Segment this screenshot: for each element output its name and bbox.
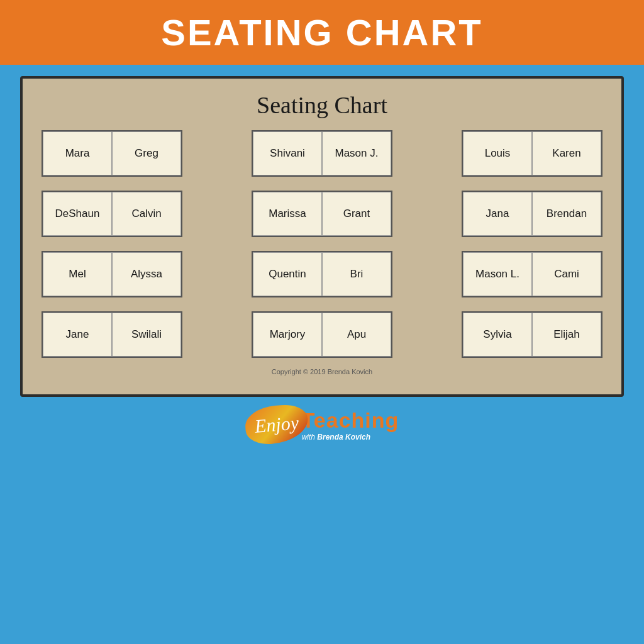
seat-row-1: DeShaunCalvinMarissaGrantJanaBrendan (42, 191, 602, 237)
seat-0-2-0: Louis (463, 131, 532, 175)
footer-logo: Enjoy Teaching with Brenda Kovich (245, 406, 399, 443)
desk-group-1-0: DeShaunCalvin (42, 191, 182, 237)
logo-teaching-block: Teaching with Brenda Kovich (302, 408, 399, 441)
seat-3-1-1: Apu (322, 313, 391, 357)
desk-group-0-2: LouisKaren (462, 130, 602, 177)
seat-0-2-1: Karen (532, 131, 601, 175)
desk-group-0-0: MaraGreg (42, 130, 182, 177)
desk-group-1-1: MarissaGrant (252, 191, 392, 237)
desk-group-1-2: JanaBrendan (462, 191, 602, 237)
desk-group-2-0: MelAlyssa (42, 251, 182, 297)
seat-3-2-0: Sylvia (463, 313, 532, 357)
seat-row-3: JaneSwilaliMarjoryApuSylviaElijah (42, 311, 602, 358)
seat-2-2-0: Mason L. (463, 252, 532, 296)
seat-2-1-0: Quentin (253, 252, 322, 296)
logo-teaching-text: Teaching (302, 408, 399, 433)
seat-0-0-1: Greg (112, 131, 181, 175)
header-title: SEATING CHART (0, 11, 644, 53)
desk-group-2-1: QuentinBri (252, 251, 392, 297)
seat-2-1-1: Bri (322, 252, 391, 296)
seat-3-0-1: Swilali (112, 313, 181, 357)
seat-1-2-0: Jana (463, 192, 532, 236)
seat-0-1-1: Mason J. (322, 131, 391, 175)
desk-group-3-1: MarjoryApu (252, 311, 392, 358)
logo-blob: Enjoy (243, 403, 309, 446)
seat-3-2-1: Elijah (532, 313, 601, 357)
seat-1-1-0: Marissa (253, 192, 322, 236)
seat-0-0-0: Mara (43, 131, 112, 175)
seat-3-1-0: Marjory (253, 313, 322, 357)
seat-3-0-0: Jane (43, 313, 112, 357)
desk-group-2-2: Mason L.Cami (462, 251, 602, 297)
seating-grid: MaraGregShivaniMason J.LouisKarenDeShaun… (42, 130, 602, 358)
chart-container: Seating Chart MaraGregShivaniMason J.Lou… (20, 76, 624, 397)
seat-2-0-1: Alyssa (112, 252, 181, 296)
logo-with-text: with Brenda Kovich (302, 433, 370, 441)
desk-group-3-2: SylviaElijah (462, 311, 602, 358)
seat-row-0: MaraGregShivaniMason J.LouisKaren (42, 130, 602, 177)
copyright: Copyright © 2019 Brenda Kovich (272, 368, 372, 375)
seat-2-2-1: Cami (532, 252, 601, 296)
seat-1-0-1: Calvin (112, 192, 181, 236)
seat-2-0-0: Mel (43, 252, 112, 296)
desk-group-0-1: ShivaniMason J. (252, 130, 392, 177)
logo-enjoy-text: Enjoy (253, 412, 299, 437)
desk-group-3-0: JaneSwilali (42, 311, 182, 358)
seat-1-0-0: DeShaun (43, 192, 112, 236)
seat-1-2-1: Brendan (532, 192, 601, 236)
header-banner: SEATING CHART (0, 0, 644, 65)
seat-1-1-1: Grant (322, 192, 391, 236)
seat-row-2: MelAlyssaQuentinBriMason L.Cami (42, 251, 602, 297)
seat-0-1-0: Shivani (253, 131, 322, 175)
chart-subtitle: Seating Chart (257, 91, 387, 119)
